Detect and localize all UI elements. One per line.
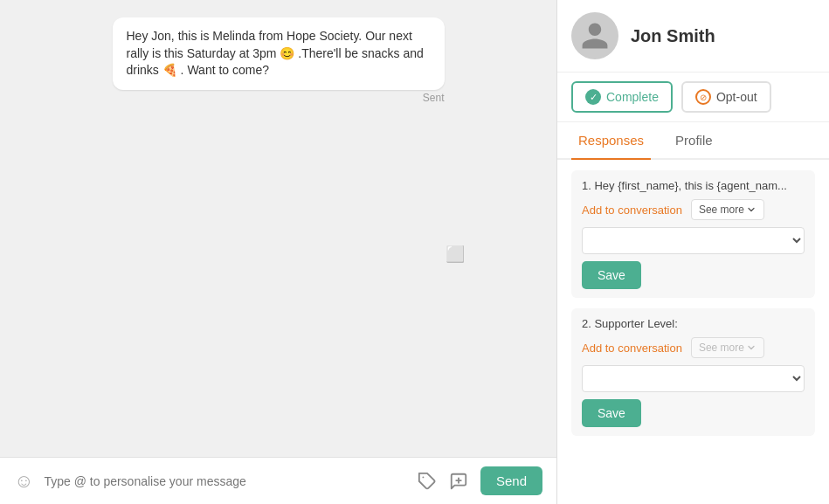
response-item-1: 1. Hey {first_name}, this is {agent_nam.… bbox=[571, 170, 815, 298]
chat-input[interactable] bbox=[44, 474, 404, 488]
check-icon: ✓ bbox=[585, 89, 601, 105]
see-more-2-label: See more bbox=[699, 342, 744, 354]
tab-responses[interactable]: Responses bbox=[571, 122, 651, 160]
chat-messages: Hey Jon, this is Melinda from Hope Socie… bbox=[0, 0, 556, 457]
responses-content: 1. Hey {first_name}, this is {agent_nam.… bbox=[557, 160, 829, 457]
add-to-conversation-2[interactable]: Add to conversation bbox=[582, 342, 682, 355]
complete-button[interactable]: ✓ Complete bbox=[571, 81, 673, 113]
chevron-down-icon-1 bbox=[746, 204, 756, 215]
tabs: Responses Profile bbox=[557, 122, 829, 160]
avatar bbox=[571, 12, 618, 59]
message-bubble: Hey Jon, this is Melinda from Hope Socie… bbox=[113, 17, 445, 90]
response-2-select[interactable] bbox=[582, 365, 805, 392]
contact-name: Jon Smith bbox=[631, 26, 715, 46]
response-item-2: 2. Supporter Level: Add to conversation … bbox=[571, 308, 815, 436]
complete-button-label: Complete bbox=[606, 90, 659, 104]
add-to-conversation-1[interactable]: Add to conversation bbox=[582, 204, 682, 217]
response-1-select[interactable] bbox=[582, 227, 805, 254]
add-message-icon-button[interactable] bbox=[447, 470, 470, 493]
chat-toolbar bbox=[416, 470, 470, 493]
chat-panel: Hey Jon, this is Melinda from Hope Socie… bbox=[0, 0, 557, 504]
see-more-button-1[interactable]: See more bbox=[691, 199, 764, 220]
emoji-icon[interactable]: ☺ bbox=[14, 470, 33, 493]
see-more-button-2[interactable]: See more bbox=[691, 337, 764, 358]
chat-input-area: ☺ Send bbox=[0, 457, 556, 504]
response-1-actions: Add to conversation See more bbox=[582, 199, 805, 220]
sent-label: Sent bbox=[113, 92, 445, 104]
response-1-label: 1. Hey {first_name}, this is {agent_nam.… bbox=[582, 179, 805, 192]
response-2-actions: Add to conversation See more bbox=[582, 337, 805, 358]
cursor: ⬜ bbox=[446, 245, 465, 264]
send-button[interactable]: Send bbox=[480, 466, 542, 495]
contact-header: Jon Smith bbox=[557, 0, 829, 72]
tab-profile[interactable]: Profile bbox=[668, 122, 720, 160]
optout-icon: ⊘ bbox=[695, 89, 711, 105]
avatar-icon bbox=[579, 20, 611, 52]
save-button-1[interactable]: Save bbox=[582, 261, 641, 289]
tag-icon-button[interactable] bbox=[416, 470, 439, 493]
response-2-label: 2. Supporter Level: bbox=[582, 317, 805, 330]
right-panel: Jon Smith ✓ Complete ⊘ Opt-out Responses… bbox=[557, 0, 829, 504]
see-more-1-label: See more bbox=[699, 204, 744, 216]
message-container: Hey Jon, this is Melinda from Hope Socie… bbox=[17, 17, 539, 104]
optout-button-label: Opt-out bbox=[716, 90, 757, 104]
optout-button[interactable]: ⊘ Opt-out bbox=[681, 81, 771, 113]
chevron-down-icon-2 bbox=[746, 342, 756, 353]
message-text: Hey Jon, this is Melinda from Hope Socie… bbox=[127, 29, 424, 77]
action-buttons: ✓ Complete ⊘ Opt-out bbox=[557, 72, 829, 122]
save-button-2[interactable]: Save bbox=[582, 399, 641, 427]
